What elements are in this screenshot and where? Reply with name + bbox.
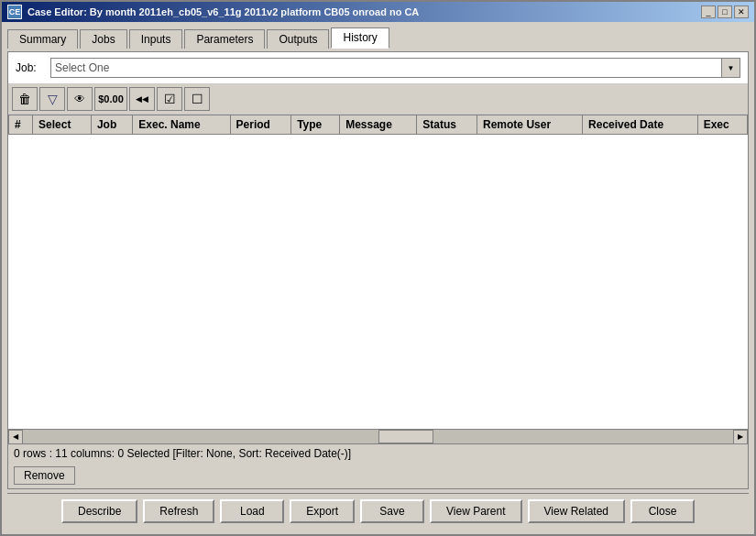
col-received-date: Received Date: [583, 115, 698, 135]
job-dropdown-button[interactable]: ▼: [721, 59, 740, 77]
main-panel: Job: Select One ▼ 🗑 ▽ 👁: [7, 51, 749, 489]
tab-inputs[interactable]: Inputs: [129, 29, 183, 49]
scroll-thumb[interactable]: [378, 430, 433, 443]
load-button[interactable]: Load: [220, 499, 284, 523]
save-button[interactable]: Save: [360, 499, 424, 523]
view-related-button[interactable]: View Related: [528, 499, 626, 523]
uncheck-toolbar-button[interactable]: ☐: [184, 87, 210, 111]
col-job: Job: [91, 115, 132, 135]
col-exec-name: Exec. Name: [133, 115, 230, 135]
filter-icon: ▽: [48, 92, 58, 106]
close-title-button[interactable]: ✕: [734, 5, 749, 18]
main-window: CE Case Editor: By month 2011eh_cb05_v6_…: [0, 0, 756, 536]
view-toolbar-button[interactable]: 👁: [67, 87, 93, 111]
scroll-right-button[interactable]: ▶: [733, 430, 748, 444]
close-button[interactable]: Close: [630, 499, 695, 523]
eye-icon: 👁: [74, 93, 85, 105]
content-area: Summary Jobs Inputs Parameters Outputs H…: [2, 22, 754, 534]
col-exec: Exec: [697, 115, 747, 135]
history-table: # Select Job Exec. Name Period Type Mess…: [8, 115, 748, 135]
restore-button[interactable]: □: [718, 5, 732, 18]
delete-toolbar-button[interactable]: 🗑: [12, 87, 38, 111]
rewind-icon: ◀◀: [136, 94, 148, 104]
back-toolbar-button[interactable]: ◀◀: [129, 87, 155, 111]
job-select-value: Select One: [51, 61, 721, 74]
job-label: Job:: [16, 61, 43, 74]
col-status: Status: [417, 115, 477, 135]
refresh-button[interactable]: Refresh: [143, 499, 214, 523]
cost-toolbar-button[interactable]: $0.00: [94, 87, 127, 111]
status-text: 0 rows : 11 columns: 0 Selected [Filter:…: [14, 447, 351, 460]
remove-area: Remove: [8, 463, 748, 488]
describe-button[interactable]: Describe: [61, 499, 137, 523]
col-select: Select: [33, 115, 92, 135]
view-parent-button[interactable]: View Parent: [430, 499, 521, 523]
chevron-down-icon: ▼: [728, 64, 735, 72]
remove-button[interactable]: Remove: [14, 466, 75, 485]
col-type: Type: [291, 115, 340, 135]
col-period: Period: [230, 115, 291, 135]
window-title: Case Editor: By month 2011eh_cb05_v6_11g…: [27, 6, 419, 17]
toolbar: 🗑 ▽ 👁 $0.00 ◀◀ ☑ ☐: [8, 84, 748, 115]
title-bar: CE Case Editor: By month 2011eh_cb05_v6_…: [2, 2, 754, 22]
filter-toolbar-button[interactable]: ▽: [39, 87, 65, 111]
trash-icon: 🗑: [18, 92, 31, 106]
col-remote-user: Remote User: [477, 115, 583, 135]
check-toolbar-button[interactable]: ☑: [157, 87, 182, 111]
minimize-button[interactable]: _: [701, 5, 716, 18]
checkbox-checked-icon: ☑: [164, 92, 176, 106]
bottom-button-bar: Describe Refresh Load Export Save View P…: [7, 493, 749, 529]
app-icon: CE: [7, 5, 22, 19]
col-hash: #: [9, 115, 33, 135]
dollar-icon: $0.00: [98, 93, 124, 104]
scroll-track[interactable]: [23, 430, 733, 443]
tab-bar: Summary Jobs Inputs Parameters Outputs H…: [7, 27, 749, 49]
tab-jobs[interactable]: Jobs: [80, 29, 126, 49]
horizontal-scrollbar[interactable]: ◀ ▶: [8, 429, 748, 443]
tab-summary[interactable]: Summary: [7, 29, 78, 49]
job-row: Job: Select One ▼: [8, 52, 748, 84]
status-bar: 0 rows : 11 columns: 0 Selected [Filter:…: [8, 443, 748, 463]
tab-outputs[interactable]: Outputs: [267, 29, 329, 49]
tab-parameters[interactable]: Parameters: [184, 29, 265, 49]
job-select-container[interactable]: Select One ▼: [50, 58, 740, 78]
checkbox-unchecked-icon: ☐: [192, 92, 203, 106]
tab-history[interactable]: History: [331, 27, 389, 49]
export-button[interactable]: Export: [290, 499, 355, 523]
scroll-left-button[interactable]: ◀: [8, 430, 23, 444]
col-message: Message: [340, 115, 417, 135]
table-header-row: # Select Job Exec. Name Period Type Mess…: [9, 115, 748, 135]
history-table-container[interactable]: # Select Job Exec. Name Period Type Mess…: [8, 115, 748, 429]
